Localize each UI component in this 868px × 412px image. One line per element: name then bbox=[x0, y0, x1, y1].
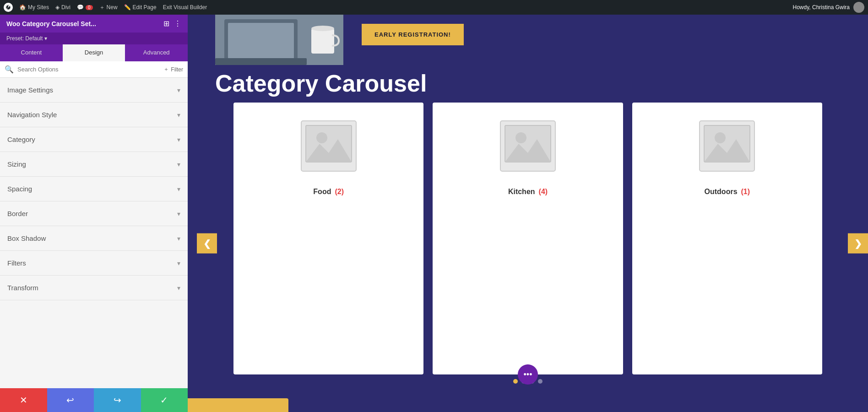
settings-dots-icon: ••• bbox=[524, 370, 532, 379]
accordion-header-spacing[interactable]: Spacing ▾ bbox=[0, 177, 188, 201]
accordion-label-filters: Filters bbox=[7, 259, 26, 267]
filter-button[interactable]: ＋ Filter bbox=[163, 65, 183, 73]
sidebar-title: Woo Category Carousel Set... bbox=[6, 20, 96, 27]
carousel-arrow-left[interactable]: ❮ bbox=[197, 233, 217, 254]
home-icon: 🏠 bbox=[19, 4, 26, 11]
main-layout: Woo Category Carousel Set... ⊞ ⋮ Preset:… bbox=[0, 15, 868, 412]
edit-page-link[interactable]: ✏️ Edit Page bbox=[124, 4, 157, 11]
accordion-image-settings: Image Settings ▾ bbox=[0, 78, 188, 103]
wp-logo-link[interactable] bbox=[4, 3, 13, 12]
accordion-header-category[interactable]: Category ▾ bbox=[0, 127, 188, 152]
admin-bar-right: Howdy, Christina Gwira bbox=[793, 2, 864, 13]
accordion-header-border[interactable]: Border ▾ bbox=[0, 201, 188, 226]
save-icon: ✓ bbox=[160, 395, 168, 406]
accordion-list: Image Settings ▾ Navigation Style ▾ Cate… bbox=[0, 78, 188, 388]
divi-link[interactable]: ◈ Divi bbox=[55, 4, 71, 11]
my-sites-link[interactable]: 🏠 My Sites bbox=[19, 4, 49, 11]
carousel-title: Category Carousel bbox=[188, 65, 868, 103]
bottom-toolbar: ✕ ↩ ↪ ✓ bbox=[0, 388, 188, 412]
filter-icon: ＋ bbox=[163, 65, 169, 73]
accordion-header-transform[interactable]: Transform ▾ bbox=[0, 276, 188, 300]
svg-rect-5 bbox=[311, 28, 334, 54]
accordion-label-image-settings: Image Settings bbox=[7, 86, 53, 94]
accordion-label-spacing: Spacing bbox=[7, 185, 32, 193]
carousel-arrow-right[interactable]: ❯ bbox=[848, 233, 868, 254]
dot-1[interactable] bbox=[513, 379, 518, 384]
accordion-label-sizing: Sizing bbox=[7, 160, 26, 168]
card-image-kitchen bbox=[494, 112, 562, 180]
undo-icon: ↩ bbox=[66, 395, 74, 406]
sidebar-header-icons: ⊞ ⋮ bbox=[163, 19, 181, 28]
card-label-food: Food (2) bbox=[313, 188, 344, 196]
preview-area: EARLY REGISTRATION! Category Carousel ❮ bbox=[188, 15, 868, 412]
settings-fab[interactable]: ••• bbox=[518, 364, 538, 385]
accordion-label-navigation-style: Navigation Style bbox=[7, 111, 57, 119]
card-image-outdoors bbox=[693, 112, 761, 180]
accordion-sizing: Sizing ▾ bbox=[0, 152, 188, 177]
admin-bar: 🏠 My Sites ◈ Divi 💬 0 ＋ New ✏️ Edit Page… bbox=[0, 0, 868, 15]
preset-label: Preset: Default bbox=[6, 35, 43, 42]
svg-point-17 bbox=[715, 132, 726, 143]
card-label-outdoors: Outdoors (1) bbox=[705, 188, 750, 196]
redo-button[interactable]: ↪ bbox=[94, 388, 141, 412]
svg-point-6 bbox=[311, 26, 334, 31]
cards-row: Food (2) Kitchen bbox=[224, 103, 831, 374]
chevron-icon-image-settings: ▾ bbox=[177, 87, 180, 94]
comment-badge: 0 bbox=[86, 5, 93, 10]
tab-content[interactable]: Content bbox=[0, 44, 63, 61]
accordion-label-border: Border bbox=[7, 210, 28, 217]
tab-advanced[interactable]: Advanced bbox=[125, 44, 188, 61]
svg-point-13 bbox=[515, 132, 526, 143]
greeting-text: Howdy, Christina Gwira bbox=[793, 4, 850, 11]
category-card-food[interactable]: Food (2) bbox=[233, 103, 423, 374]
accordion-header-box-shadow[interactable]: Box Shadow ▾ bbox=[0, 226, 188, 250]
comment-icon: 💬 bbox=[77, 4, 84, 11]
arrow-right-icon: ❯ bbox=[854, 238, 862, 249]
hero-image bbox=[215, 15, 343, 65]
early-registration-button[interactable]: EARLY REGISTRATION! bbox=[362, 24, 464, 45]
comments-link[interactable]: 💬 0 bbox=[77, 4, 93, 11]
yellow-stripe bbox=[188, 398, 288, 412]
redo-icon: ↪ bbox=[114, 395, 121, 406]
accordion-spacing: Spacing ▾ bbox=[0, 177, 188, 201]
dot-4[interactable] bbox=[538, 379, 542, 384]
chevron-icon-navigation-style: ▾ bbox=[177, 111, 180, 119]
sidebar-header: Woo Category Carousel Set... ⊞ ⋮ bbox=[0, 15, 188, 33]
undo-button[interactable]: ↩ bbox=[47, 388, 94, 412]
divi-icon: ◈ bbox=[55, 4, 60, 11]
bottom-bar bbox=[188, 388, 868, 412]
preset-chevron: ▾ bbox=[44, 35, 47, 42]
accordion-label-category: Category bbox=[7, 136, 35, 143]
exit-visual-builder-link[interactable]: Exit Visual Builder bbox=[163, 4, 207, 11]
menu-icon[interactable]: ⋮ bbox=[174, 19, 181, 28]
accordion-header-filters[interactable]: Filters ▾ bbox=[0, 251, 188, 275]
chevron-icon-transform: ▾ bbox=[177, 284, 180, 292]
sidebar-tabs: Content Design Advanced bbox=[0, 44, 188, 61]
tab-design[interactable]: Design bbox=[63, 44, 125, 61]
cancel-button[interactable]: ✕ bbox=[0, 388, 47, 412]
card-image-food bbox=[294, 112, 363, 180]
accordion-category: Category ▾ bbox=[0, 127, 188, 152]
card-label-kitchen: Kitchen (4) bbox=[508, 188, 548, 196]
chevron-icon-box-shadow: ▾ bbox=[177, 235, 180, 242]
hero-top: EARLY REGISTRATION! bbox=[188, 15, 868, 65]
wp-icon bbox=[4, 3, 13, 12]
category-card-outdoors[interactable]: Outdoors (1) bbox=[632, 103, 822, 374]
chevron-icon-category: ▾ bbox=[177, 136, 180, 143]
plus-icon: ＋ bbox=[99, 4, 105, 11]
avatar bbox=[853, 2, 864, 13]
accordion-header-navigation-style[interactable]: Navigation Style ▾ bbox=[0, 103, 188, 127]
grid-icon[interactable]: ⊞ bbox=[163, 19, 169, 28]
accordion-header-sizing[interactable]: Sizing ▾ bbox=[0, 152, 188, 176]
cancel-icon: ✕ bbox=[20, 395, 27, 406]
accordion-box-shadow: Box Shadow ▾ bbox=[0, 226, 188, 251]
save-button[interactable]: ✓ bbox=[141, 388, 188, 412]
new-link[interactable]: ＋ New bbox=[99, 4, 118, 11]
search-input[interactable] bbox=[17, 66, 160, 73]
category-card-kitchen[interactable]: Kitchen (4) bbox=[433, 103, 623, 374]
svg-rect-3 bbox=[228, 23, 294, 59]
admin-bar-left: 🏠 My Sites ◈ Divi 💬 0 ＋ New ✏️ Edit Page… bbox=[4, 3, 207, 12]
chevron-icon-border: ▾ bbox=[177, 210, 180, 217]
accordion-header-image-settings[interactable]: Image Settings ▾ bbox=[0, 78, 188, 102]
search-icon: 🔍 bbox=[5, 65, 14, 74]
